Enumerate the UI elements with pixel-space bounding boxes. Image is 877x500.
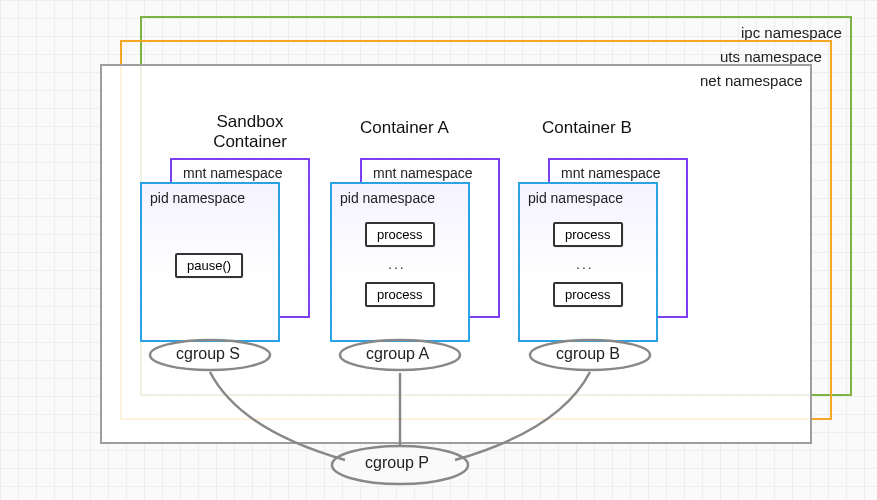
process-box-a-2: process (365, 282, 435, 307)
container-title-sandbox: SandboxContainer (190, 112, 310, 151)
container-title-a: Container A (360, 118, 449, 138)
net-namespace-label: net namespace (700, 72, 803, 89)
process-box-a-1: process (365, 222, 435, 247)
mnt-namespace-label-b: mnt namespace (561, 165, 661, 181)
ellipsis-b: ... (576, 256, 594, 272)
container-title-b: Container B (542, 118, 632, 138)
uts-namespace-label: uts namespace (720, 48, 822, 65)
cgroup-label-b: cgroup B (556, 345, 620, 363)
pid-namespace-label-a: pid namespace (340, 190, 435, 206)
process-box-b-1: process (553, 222, 623, 247)
pause-box: pause() (175, 253, 243, 278)
process-box-b-2: process (553, 282, 623, 307)
mnt-namespace-label-a: mnt namespace (373, 165, 473, 181)
pid-namespace-label-sandbox: pid namespace (150, 190, 245, 206)
ipc-namespace-label: ipc namespace (741, 24, 842, 41)
ellipsis-a: ... (388, 256, 406, 272)
pid-namespace-label-b: pid namespace (528, 190, 623, 206)
mnt-namespace-label-sandbox: mnt namespace (183, 165, 283, 181)
cgroup-label-s: cgroup S (176, 345, 240, 363)
cgroup-label-p: cgroup P (365, 454, 429, 472)
cgroup-label-a: cgroup A (366, 345, 429, 363)
